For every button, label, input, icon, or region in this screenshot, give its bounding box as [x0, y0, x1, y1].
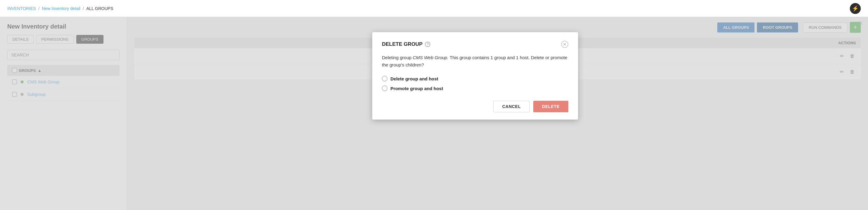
- radio-group: Delete group and host Promote group and …: [382, 76, 568, 91]
- radio-delete-input[interactable]: [382, 76, 388, 81]
- modal-title-text: DELETE GROUP: [382, 41, 423, 47]
- cancel-button[interactable]: CANCEL: [493, 101, 529, 112]
- radio-delete-label: Delete group and host: [391, 76, 438, 81]
- delete-button[interactable]: DELETE: [533, 101, 568, 112]
- breadcrumb-all-groups: ALL GROUPS: [86, 6, 113, 11]
- help-icon-symbol: ?: [427, 42, 429, 47]
- modal-actions: CANCEL DELETE: [382, 101, 568, 112]
- modal-close-button[interactable]: ✕: [561, 41, 568, 48]
- main-content: New Inventory detail DETAILS PERMISSIONS…: [0, 17, 868, 210]
- delete-group-modal: DELETE GROUP ? ✕ Deleting group CMS Web …: [372, 32, 578, 120]
- close-icon: ✕: [563, 42, 566, 47]
- top-nav: INVENTORIES / New Inventory detail / ALL…: [0, 0, 868, 17]
- radio-delete-option[interactable]: Delete group and host: [382, 76, 568, 81]
- radio-promote-label: Promote group and host: [391, 86, 443, 91]
- modal-body-text-1: Deleting group: [382, 55, 413, 60]
- breadcrumb: INVENTORIES / New Inventory detail / ALL…: [7, 6, 113, 11]
- radio-promote-option[interactable]: Promote group and host: [382, 85, 568, 91]
- breadcrumb-sep-2: /: [83, 6, 84, 11]
- radio-promote-input[interactable]: [382, 85, 388, 91]
- breadcrumb-sep-1: /: [38, 6, 40, 11]
- modal-body-italic: CMS Web Group.: [413, 55, 448, 60]
- breadcrumb-inventories[interactable]: INVENTORIES: [7, 6, 36, 11]
- breadcrumb-new-inventory[interactable]: New Inventory detail: [42, 6, 81, 11]
- help-icon[interactable]: ?: [425, 42, 430, 47]
- nav-logo[interactable]: ⚡: [850, 3, 861, 14]
- modal-header: DELETE GROUP ? ✕: [382, 41, 568, 48]
- modal-title: DELETE GROUP ?: [382, 41, 430, 47]
- nav-logo-symbol: ⚡: [852, 5, 859, 12]
- modal-body: Deleting group CMS Web Group. This group…: [382, 54, 568, 69]
